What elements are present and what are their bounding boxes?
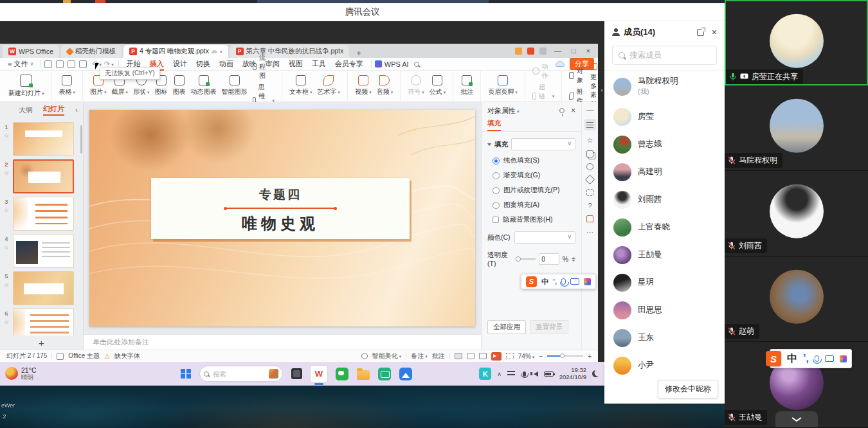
opacity-value-box[interactable] xyxy=(539,253,559,265)
tray-night-mode-icon[interactable] xyxy=(592,370,599,377)
fit-window-button[interactable] xyxy=(506,353,514,359)
ribbon-video-button[interactable]: 视频 xyxy=(355,75,372,96)
tab-wps-home[interactable]: W WPS Office xyxy=(3,45,59,58)
member-row[interactable]: 曾志娥 xyxy=(604,130,725,158)
reset-background-button[interactable]: 重置背景 xyxy=(530,320,568,334)
close-members-button[interactable]: × xyxy=(712,27,717,37)
sogou-mic-icon[interactable] xyxy=(815,355,819,362)
export-icon[interactable] xyxy=(56,60,64,68)
taskbar-wechat-icon[interactable] xyxy=(336,368,348,380)
member-row[interactable]: 房莹 xyxy=(604,103,725,130)
ribbon-chart-button[interactable]: 图表 xyxy=(173,75,186,96)
ribbon-object-button[interactable]: 对象 xyxy=(569,67,585,85)
star-icon[interactable]: ☆ xyxy=(4,132,9,139)
help-strip-button[interactable]: ? xyxy=(588,202,592,210)
ribbon-table-button[interactable]: 表格 xyxy=(59,75,76,96)
zoom-in-button[interactable]: + xyxy=(588,353,592,360)
sogou-input-toolbar[interactable]: S 中 ’, xyxy=(521,274,596,289)
ribbon-comment-button[interactable]: 批注 xyxy=(460,75,473,96)
menu-design[interactable]: 设计 xyxy=(168,59,192,69)
opacity-spinner[interactable] xyxy=(572,257,575,262)
sogou-punct-button[interactable]: ’, xyxy=(803,353,809,364)
add-slide-button[interactable]: + xyxy=(0,335,83,350)
panel-scrollbar[interactable] xyxy=(80,125,82,154)
file-menu[interactable]: ≡ 文件 ∨ xyxy=(4,59,37,69)
tab-docer-templates[interactable]: 稻壳热门模板 xyxy=(61,45,122,58)
sorter-view-button[interactable] xyxy=(467,353,475,359)
member-search-input[interactable] xyxy=(629,51,710,60)
print-icon[interactable] xyxy=(68,60,75,68)
tray-kdocs-icon[interactable]: K xyxy=(479,368,491,380)
tray-volume-icon[interactable] xyxy=(534,371,538,377)
member-row[interactable]: 刘雨茜 xyxy=(604,186,725,213)
ribbon-formula-button[interactable]: 公式 xyxy=(429,75,446,96)
popout-panel-icon[interactable] xyxy=(697,29,704,36)
restore-button[interactable]: □ xyxy=(569,47,579,55)
sogou-lang-button[interactable]: 中 xyxy=(787,352,797,366)
option-hide-background[interactable]: 隐藏背景图形(H) xyxy=(487,215,575,224)
tab-outline[interactable]: 大纲 xyxy=(19,105,33,115)
menu-animation[interactable]: 动画 xyxy=(215,59,238,69)
ribbon-new-slide-button[interactable]: 新建幻灯片 xyxy=(8,75,44,98)
fill-preset-dropdown[interactable] xyxy=(511,138,575,150)
opacity-slider[interactable] xyxy=(516,258,536,260)
selection-strip-button[interactable] xyxy=(586,189,593,196)
ribbon-smartart-button[interactable]: 智能图形 xyxy=(222,75,248,96)
notes-button[interactable]: 备注 xyxy=(411,352,428,361)
member-row[interactable]: 王劼曼 xyxy=(604,241,725,269)
animation-strip-button[interactable] xyxy=(586,163,593,170)
star-icon[interactable]: ☆ xyxy=(4,319,9,325)
option-picture-fill[interactable]: 图片或纹理填充(P) xyxy=(487,186,575,195)
ribbon-header-footer-button[interactable]: 页眉页脚 xyxy=(488,75,518,96)
properties-title[interactable]: 对象属性 xyxy=(487,106,520,116)
star-icon[interactable]: ☆ xyxy=(4,207,9,213)
video-tile[interactable]: 赵萌 xyxy=(725,256,868,342)
menu-membership[interactable]: 会员专享 xyxy=(330,59,368,69)
collapse-videos-button[interactable] xyxy=(775,411,818,427)
theme-label[interactable]: Office 主题 xyxy=(68,352,100,361)
taskbar-wps-icon[interactable]: W xyxy=(311,366,327,382)
new-tab-button[interactable]: + xyxy=(351,48,366,58)
task-view-button[interactable] xyxy=(291,368,302,379)
weather-widget[interactable]: 21°C 晴朗 xyxy=(5,367,36,381)
slide-thumbnail-1[interactable]: 1☆ xyxy=(1,122,80,156)
start-button[interactable] xyxy=(181,369,191,379)
menu-tools[interactable]: 工具 xyxy=(307,59,330,69)
minimize-button[interactable]: — xyxy=(552,47,564,55)
sogou-skin-icon[interactable] xyxy=(840,355,847,362)
member-row[interactable]: 高建明 xyxy=(604,158,725,186)
cloud-upload-icon[interactable] xyxy=(556,61,565,67)
video-tile[interactable]: 马院程权明 xyxy=(725,85,868,171)
opacity-input[interactable] xyxy=(541,256,552,263)
star-icon[interactable]: ☆ xyxy=(4,281,9,288)
smart-beautify-button[interactable]: 智能美化 xyxy=(372,352,402,361)
normal-view-button[interactable] xyxy=(455,353,462,359)
taskbar-meeting-icon[interactable] xyxy=(378,368,391,380)
missing-font-label[interactable]: 缺失字体 xyxy=(114,352,140,361)
member-search-box[interactable] xyxy=(612,46,717,65)
taskbar-search-input[interactable] xyxy=(213,370,265,378)
zoom-slider[interactable] xyxy=(547,355,583,357)
gift-strip-button[interactable] xyxy=(586,215,593,222)
tray-mic-icon[interactable] xyxy=(523,371,526,377)
collapse-panel-button[interactable]: ‹ xyxy=(75,105,78,114)
comments-button[interactable]: 批注 xyxy=(432,352,445,361)
member-row[interactable]: 星玥 xyxy=(604,269,725,296)
option-gradient-fill[interactable]: 渐变填充(G) xyxy=(487,171,575,180)
search-icon[interactable] xyxy=(414,62,419,67)
video-tile[interactable]: 刘雨茜 xyxy=(725,171,868,256)
sogou-skin-icon[interactable] xyxy=(584,278,591,285)
ribbon-dynamic-chart-button[interactable]: 动态图表 xyxy=(191,75,217,96)
slide-thumbnail-4[interactable]: 4☆ xyxy=(1,234,80,268)
sogou-keyboard-icon[interactable] xyxy=(570,278,579,285)
option-pattern-fill[interactable]: 图案填充(A) xyxy=(487,201,575,210)
slide-thumbnail-3[interactable]: 3☆ xyxy=(1,197,80,231)
close-properties-button[interactable]: × xyxy=(571,106,575,115)
video-tile-sharing[interactable]: 房莹正在共享 xyxy=(725,0,868,85)
ribbon-action-button[interactable]: 动作 xyxy=(532,62,555,80)
sogou-keyboard-icon[interactable] xyxy=(825,355,834,362)
member-row[interactable]: 上官春晓 xyxy=(604,213,725,241)
member-row[interactable]: 马院程权明(我) xyxy=(604,71,725,103)
ribbon-audio-button[interactable]: 音频 xyxy=(377,75,393,96)
star-icon[interactable]: ☆ xyxy=(4,244,9,251)
